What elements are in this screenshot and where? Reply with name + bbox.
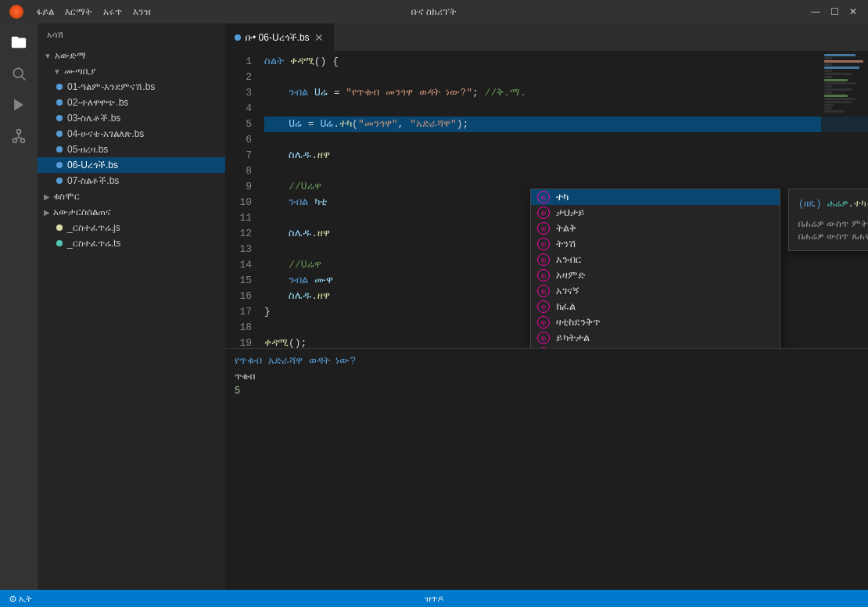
activity-bar bbox=[0, 23, 38, 590]
ac-label-9: ይካትታል bbox=[556, 332, 590, 344]
file-item-03[interactable]: 03-ስሌቶች.bs bbox=[38, 110, 225, 126]
line-numbers: 12345 678910 1112131415 16171819 bbox=[225, 51, 258, 348]
file-item-07[interactable]: 07-ስልቶች.bs bbox=[38, 173, 225, 189]
extra-folder-1[interactable]: ▶ ቁስሞር bbox=[38, 189, 225, 204]
ac-item-0[interactable]: ◎ ተካ bbox=[531, 189, 780, 205]
minimize-button[interactable]: — bbox=[810, 6, 821, 17]
ac-label-2: ትልቅ bbox=[556, 223, 576, 235]
subfolder-header[interactable]: ▼ ሙጣቢያ bbox=[38, 63, 225, 79]
ac-item-4[interactable]: ◎ አንብር bbox=[531, 252, 780, 268]
info-popup-signature: (ዘዴ) ሐሬዎ.ተካ(ተፈለጊ: {}, ምትኩያ: Uሬዎ): Uሬዎ bbox=[798, 197, 868, 211]
tab-close-06[interactable]: ✕ bbox=[314, 31, 324, 44]
code-line-4 bbox=[264, 101, 868, 117]
sidebar-title: አሳሽ bbox=[38, 23, 225, 46]
main-layout: አሳሽ ▼ አውድማ ▼ ሙጣቢያ 01-ዓልም-እንደምናሽ.bs 02-ተለ… bbox=[0, 23, 868, 590]
ac-item-3[interactable]: ◎ ትንሽ bbox=[531, 236, 780, 252]
search-icon[interactable] bbox=[6, 61, 31, 86]
code-line-7: ስሌዱ.ዘዋ bbox=[264, 148, 868, 163]
ac-item-1[interactable]: ◎ ታህታይ bbox=[531, 205, 780, 221]
git-icon[interactable] bbox=[6, 124, 31, 149]
svg-line-7 bbox=[15, 138, 19, 139]
file-item-01[interactable]: 01-ዓልም-እንደምናሽ.bs bbox=[38, 79, 225, 95]
ac-icon-4: ◎ bbox=[537, 253, 550, 266]
ac-icon-7: ◎ bbox=[537, 300, 550, 313]
file-dot-06 bbox=[56, 162, 63, 168]
extra-folder-1-toggle: ▶ bbox=[44, 192, 50, 201]
code-line-5: Uሬ = Uሬ.ተካ("መንጎዋ", "አድራሻዋ"); bbox=[264, 117, 868, 132]
ac-label-3: ትንሽ bbox=[556, 239, 576, 250]
svg-point-4 bbox=[13, 138, 17, 142]
close-button[interactable]: ✕ bbox=[848, 6, 859, 17]
file-dot-02 bbox=[56, 99, 63, 106]
panel-content: የጥቁብ አድራሻዋ ወዳት ነው? ጥቁብ 5 bbox=[225, 349, 868, 403]
ac-label-10: ደማቅ bbox=[556, 348, 579, 349]
extra-folder-2[interactable]: ▶ አውታርስሰልጠና bbox=[38, 204, 225, 220]
file-item-06[interactable]: 06-Uረጎች.bs bbox=[38, 157, 225, 173]
extra-folder-2-toggle: ▶ bbox=[44, 208, 50, 217]
menu-edit[interactable]: እርማት bbox=[65, 6, 92, 17]
file-item-02[interactable]: 02-ተለዋዋጭ.bs bbox=[38, 95, 225, 110]
code-line-3: ንብል Uሬ = "የጥቁብ መንጎዋ ወዳት ነው?"; //ቅ.ማ. bbox=[264, 85, 868, 101]
minimap-lines bbox=[821, 51, 868, 117]
ac-item-2[interactable]: ◎ ትልቅ bbox=[531, 221, 780, 236]
bottom-panel: የጥቁብ አድራሻዋ ወዳት ነው? ጥቁብ 5 bbox=[225, 348, 868, 458]
ac-item-8[interactable]: ◎ ዛቲከደንቅጥ bbox=[531, 314, 780, 330]
code-line-2 bbox=[264, 70, 868, 85]
autocomplete-popup: ◎ ተካ ◎ ታህታይ ◎ ትልቅ ◎ ትንሽ bbox=[530, 189, 780, 348]
ac-item-9[interactable]: ◎ ይካትታል bbox=[531, 330, 780, 346]
ac-item-5[interactable]: ◎ አዛምድ bbox=[531, 268, 780, 283]
file-dot-04 bbox=[56, 131, 63, 137]
run-icon[interactable] bbox=[6, 92, 31, 117]
extra-folder-1-label: ቁስሞር bbox=[53, 191, 80, 202]
code-line-1: ስልት ቀዳሚ() { bbox=[264, 54, 868, 70]
ac-item-6[interactable]: ◎ አገናኝ bbox=[531, 283, 780, 299]
root-folder-label: አውድማ bbox=[55, 50, 86, 61]
title-bar-left: ፋይል እርማት አሩጥ እንዝ bbox=[9, 5, 151, 19]
file-name-02: 02-ተለዋዋጭ.bs bbox=[67, 97, 128, 108]
root-folder-header[interactable]: ▼ አውድማ bbox=[38, 48, 225, 63]
code-line-6 bbox=[264, 132, 868, 148]
code-editor: 12345 678910 1112131415 16171819 ስልት ቀዳሚ… bbox=[225, 51, 868, 348]
code-line-8 bbox=[264, 163, 868, 179]
extra-file-ts-label: _ርስተፈጥሬ.ts bbox=[67, 238, 120, 249]
ac-label-4: አንብር bbox=[556, 254, 582, 266]
extra-file-dot-ts bbox=[56, 240, 63, 246]
extra-file-ts[interactable]: _ርስተፈጥሬ.ts bbox=[38, 235, 225, 251]
ac-icon-9: ◎ bbox=[537, 332, 550, 344]
ac-label-7: ክፈል bbox=[556, 301, 576, 313]
svg-line-1 bbox=[22, 77, 26, 81]
svg-point-5 bbox=[21, 138, 25, 142]
file-item-05[interactable]: 05-ዘረዛ.bs bbox=[38, 142, 225, 157]
extra-file-dot-js bbox=[56, 224, 63, 231]
menu-run[interactable]: አሩጥ bbox=[103, 6, 122, 17]
title-bar: ፋይል እርማት አሩጥ እንዝ ቡና ስክሪፕት — ☐ ✕ bbox=[0, 0, 868, 23]
menu-help[interactable]: እንዝ bbox=[133, 6, 151, 17]
file-name-05: 05-ዘረዛ.bs bbox=[67, 144, 108, 155]
root-toggle-icon: ▼ bbox=[44, 52, 52, 60]
file-dot-01 bbox=[56, 84, 63, 90]
file-name-07: 07-ስልቶች.bs bbox=[67, 175, 119, 186]
ac-icon-3: ◎ bbox=[537, 238, 550, 250]
subfolder-toggle-icon: ▼ bbox=[53, 67, 61, 76]
extra-file-js[interactable]: _ርስተፈጥሬ.js bbox=[38, 220, 225, 235]
file-item-04[interactable]: 04-ሁናቴ-አገልለጽ.bs bbox=[38, 126, 225, 142]
maximize-button[interactable]: ☐ bbox=[829, 6, 840, 17]
menu-file[interactable]: ፋይል bbox=[36, 6, 54, 17]
explorer-icon[interactable] bbox=[6, 30, 31, 55]
ac-icon-1: ◎ bbox=[537, 207, 550, 219]
file-name-06: 06-Uረጎች.bs bbox=[67, 160, 118, 171]
ac-item-7[interactable]: ◎ ክፈል bbox=[531, 299, 780, 314]
ac-label-0: ተካ bbox=[556, 192, 569, 203]
app-icon bbox=[9, 5, 23, 19]
ac-icon-5: ◎ bbox=[537, 269, 550, 282]
file-dot-03 bbox=[56, 115, 63, 121]
status-item-settings[interactable]: ⚙ ኢት bbox=[9, 594, 32, 604]
menu-items: ፋይል እርማት አሩጥ እንዝ bbox=[36, 6, 151, 17]
svg-point-0 bbox=[13, 68, 23, 77]
ac-item-10[interactable]: ◎ ደማቅ bbox=[531, 346, 780, 348]
tab-06[interactable]: ቡ• 06-Uረጎች.bs ✕ bbox=[225, 23, 334, 51]
status-left: ⚙ ኢት bbox=[9, 594, 32, 604]
tab-label-06: ቡ• 06-Uረጎች.bs bbox=[246, 32, 310, 43]
sidebar: አሳሽ ▼ አውድማ ▼ ሙጣቢያ 01-ዓልም-እንደምናሽ.bs 02-ተለ… bbox=[38, 23, 225, 590]
svg-marker-2 bbox=[14, 99, 23, 111]
